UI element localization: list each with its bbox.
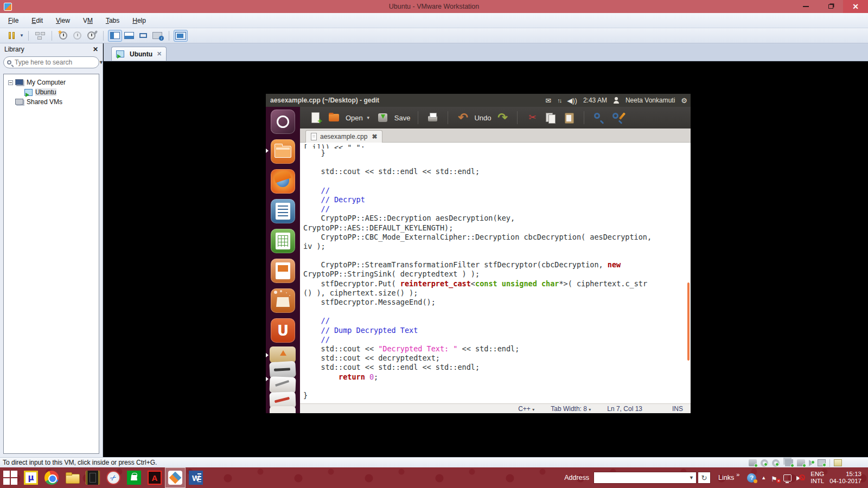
launcher-ubuntu-one-icon[interactable]: U — [266, 316, 300, 345]
save-button[interactable]: Save — [394, 114, 411, 122]
menu-file[interactable]: File — [5, 15, 21, 26]
taskbar-word-icon[interactable]: W — [186, 467, 206, 488]
taskbar-file-explorer-icon[interactable] — [62, 467, 82, 488]
gedit-tab-close-icon[interactable]: ✖ — [372, 133, 377, 140]
links-label[interactable]: Links — [718, 474, 734, 481]
tree-item-ubuntu[interactable]: Ubuntu — [4, 87, 99, 97]
sound-indicator-icon[interactable]: ◀)) — [567, 97, 577, 105]
expander-icon[interactable] — [8, 80, 13, 85]
menu-edit[interactable]: Edit — [29, 15, 46, 26]
device-message-log-icon[interactable] — [834, 459, 842, 466]
code-line[interactable]: // Decrypt — [303, 195, 691, 204]
find-replace-icon[interactable] — [611, 111, 624, 124]
new-document-icon[interactable] — [309, 111, 322, 124]
taskbar-chip-tool-icon[interactable] — [82, 467, 103, 488]
paste-icon[interactable] — [563, 111, 576, 124]
vm-tab-ubuntu[interactable]: Ubuntu ✕ — [111, 47, 167, 61]
open-folder-icon[interactable] — [328, 111, 341, 124]
tree-item-shared-vms[interactable]: Shared VMs — [4, 97, 99, 107]
code-line[interactable]: // — [303, 204, 691, 214]
device-network-icon[interactable] — [785, 459, 793, 466]
taskbar-start-button[interactable] — [0, 467, 21, 488]
editor-scrollbar[interactable] — [687, 282, 690, 361]
find-icon[interactable] — [592, 111, 605, 124]
launcher-app-stack-icon[interactable] — [266, 345, 300, 413]
device-camera-icon[interactable] — [818, 459, 826, 466]
device-sound-icon[interactable] — [809, 460, 814, 466]
library-search[interactable]: ▼ — [3, 56, 99, 68]
menu-vm[interactable]: VM — [80, 15, 95, 26]
show-library-button[interactable] — [108, 30, 122, 42]
device-cd-rom-icon[interactable] — [761, 459, 768, 467]
links-chevron-icon[interactable]: » — [736, 471, 739, 478]
restore-button[interactable] — [818, 0, 843, 13]
network-indicator-icon[interactable]: ↑↓ — [557, 97, 561, 104]
user-indicator-icon[interactable] — [613, 97, 620, 104]
code-line[interactable]: } — [303, 149, 691, 158]
cut-icon[interactable]: ✂ — [526, 111, 539, 124]
device-cd-rom-2-icon[interactable] — [772, 459, 780, 467]
redo-icon[interactable]: ↷ — [496, 111, 509, 124]
fullscreen-button[interactable] — [136, 30, 150, 42]
search-input[interactable] — [15, 59, 99, 66]
taskbar-snipping-tool-icon[interactable]: ✂ — [103, 467, 124, 488]
undo-button[interactable]: Undo — [474, 114, 491, 122]
menu-view[interactable]: View — [53, 15, 73, 26]
code-line[interactable]: std::cout << std::endl << std::endl; — [303, 167, 691, 176]
code-line[interactable]: CryptoPP::AES::Decryption aesDecryption(… — [303, 214, 691, 223]
menu-help[interactable]: Help — [130, 15, 149, 26]
suspend-button[interactable] — [4, 30, 18, 42]
code-line[interactable]: // — [303, 186, 691, 195]
copy-icon[interactable] — [544, 111, 557, 124]
manage-snapshots-button[interactable] — [85, 30, 99, 42]
code-line[interactable]: CryptoPP::StringSink( decryptedtext ) ); — [303, 269, 691, 279]
code-line[interactable] — [303, 158, 691, 167]
taskbar-vmware-workstation-icon[interactable] — [165, 467, 186, 488]
launcher-dash-home-icon[interactable] — [266, 107, 300, 137]
volume-muted-icon[interactable] — [796, 474, 805, 481]
save-icon[interactable] — [376, 111, 390, 124]
network-tray-icon[interactable] — [783, 474, 792, 481]
code-line[interactable] — [303, 307, 691, 316]
code-line[interactable]: std::cout << "Decrypted Text: " << std::… — [303, 344, 691, 354]
code-line[interactable]: CryptoPP::StreamTransformationFilter stf… — [303, 260, 691, 269]
help-tray-icon[interactable]: ? — [747, 473, 756, 483]
launcher-libreoffice-impress-icon[interactable] — [266, 256, 300, 286]
undo-icon[interactable]: ↶ — [456, 111, 469, 124]
session-gear-icon[interactable]: ⚙ — [681, 97, 687, 105]
address-input[interactable]: ▼ — [593, 472, 697, 484]
taskbar-chrome-icon[interactable] — [41, 467, 62, 488]
launcher-software-center-icon[interactable] — [266, 286, 300, 316]
ctrl-alt-del-button[interactable] — [33, 30, 47, 42]
code-line[interactable]: std::cout << std::endl << std::endl; — [303, 363, 691, 372]
unity-clock[interactable]: 2:43 AM — [583, 97, 607, 104]
code-line[interactable]: stfDecryptor.Put( reinterpret_cast<const… — [303, 279, 691, 288]
code-line[interactable] — [303, 177, 691, 186]
code-line[interactable]: // Dump Decrypted Text — [303, 326, 691, 335]
code-line[interactable]: stfDecryptor.MessageEnd(); — [303, 298, 691, 307]
launcher-files-icon[interactable] — [266, 137, 300, 166]
refresh-button[interactable]: ↻ — [698, 472, 711, 484]
close-button[interactable]: ✕ — [843, 0, 868, 13]
taskbar-adobe-reader-icon[interactable]: A — [144, 467, 165, 488]
tab-width-selector[interactable]: Tab Width: 8 ▾ — [551, 405, 591, 413]
open-dropdown-arrow[interactable]: ▼ — [366, 115, 371, 120]
code-line[interactable]: } — [303, 391, 691, 400]
code-line[interactable]: () ), ciphertext.size() ); — [303, 288, 691, 298]
code-line[interactable]: CryptoPP::CBC_Mode_ExternalCipher::Decry… — [303, 233, 691, 242]
code-line[interactable] — [303, 251, 691, 260]
mail-indicator-icon[interactable]: ✉ — [545, 97, 551, 105]
code-line[interactable]: return 0; — [303, 373, 691, 382]
code-line[interactable]: // — [303, 316, 691, 325]
taskbar-uvision-icon[interactable]: μ — [21, 467, 41, 488]
minimize-button[interactable] — [793, 0, 818, 13]
launcher-firefox-icon[interactable] — [266, 166, 300, 196]
gedit-tab[interactable]: aesexample.cpp ✖ — [305, 130, 382, 143]
code-line[interactable] — [303, 382, 691, 391]
revert-snapshot-button[interactable] — [71, 30, 85, 42]
code-line[interactable]: std::cout << decryptedtext; — [303, 354, 691, 363]
unity-username[interactable]: Neeta Vonkamuti — [626, 97, 675, 104]
device-printer-icon[interactable] — [797, 459, 805, 466]
print-icon[interactable] — [426, 111, 439, 124]
vm-display[interactable]: aesexample.cpp (~/Desktop) - gedit ✉ ↑↓ … — [103, 61, 868, 457]
